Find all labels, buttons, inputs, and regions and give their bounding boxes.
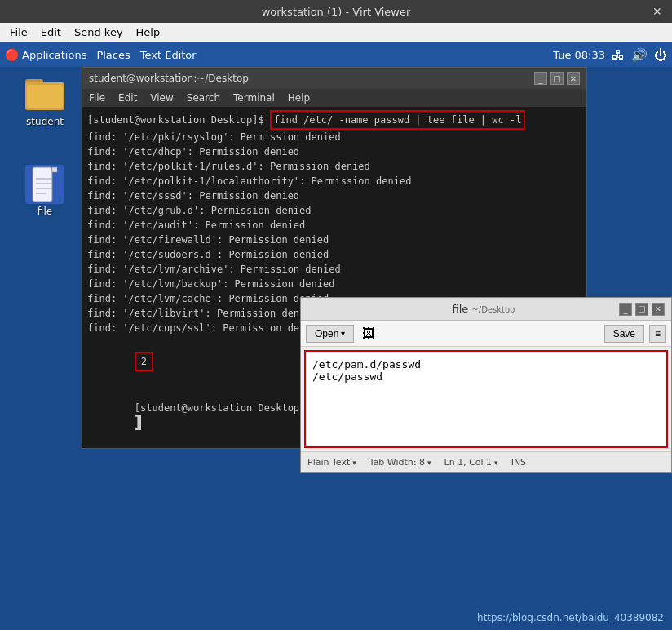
term-output-5: find: '/etc/sssd': Permission denied (87, 189, 581, 203)
app-menubar: File Edit Send key Help (0, 23, 672, 42)
sound-icon[interactable]: 🔊 (631, 47, 648, 63)
svg-rect-8 (52, 167, 57, 172)
terminal-titlebar: student@workstation:~/Desktop _ □ ✕ (82, 68, 586, 89)
term-output-7: find: '/etc/audit': Permission denied (87, 218, 581, 233)
terminal-command-line: [student@workstation Desktop]$ find /etc… (87, 110, 581, 130)
terminal-maximize-btn[interactable]: □ (550, 72, 564, 85)
taskbar: 🔴 Applications Places Text Editor Tue 08… (0, 42, 672, 67)
editor-image-btn[interactable]: 🖼 (359, 325, 378, 343)
applications-label: Applications (22, 49, 86, 61)
window-title: workstation (1) - Virt Viewer (23, 6, 649, 18)
editor-line-1: /etc/pam.d/passwd (312, 358, 660, 370)
editor-toolbar: Open ▾ 🖼 Save ≡ (301, 321, 671, 347)
desktop-icon-student[interactable]: student (12, 75, 77, 127)
term-output-8: find: '/etc/firewalld': Permission denie… (87, 233, 581, 247)
term-output-1: find: '/etc/pki/rsyslog': Permission den… (87, 130, 581, 144)
term-bottom-prompt: [student@workstation Desktop]$ (135, 402, 317, 414)
applications-icon: 🔴 (5, 48, 19, 61)
term-menu-terminal[interactable]: Terminal (230, 91, 278, 104)
svg-rect-6 (33, 167, 52, 202)
open-label: Open (315, 328, 338, 339)
editor-filename: file (453, 303, 469, 315)
menu-edit[interactable]: Edit (34, 24, 68, 40)
status-format-label: Plain Text (307, 457, 350, 468)
text-editor-label: Text Editor (140, 49, 197, 61)
taskbar-right: Tue 08:33 🖧 🔊 ⏻ (553, 47, 667, 63)
desktop-icon-file[interactable]: file (12, 165, 77, 217)
term-output-4: find: '/etc/polkit-1/localauthority': Pe… (87, 174, 581, 189)
term-menu-file[interactable]: File (86, 91, 108, 104)
editor-menu-button[interactable]: ≡ (649, 325, 666, 343)
terminal-close-btn[interactable]: ✕ (567, 72, 580, 85)
power-icon[interactable]: ⏻ (654, 47, 667, 63)
editor-maximize-btn[interactable]: □ (635, 303, 648, 316)
status-format-arrow: ▾ (352, 459, 356, 467)
open-dropdown-arrow: ▾ (341, 329, 345, 338)
editor-save-button[interactable]: Save (604, 325, 644, 343)
status-tab-width[interactable]: Tab Width: 8 ▾ (369, 457, 431, 468)
status-pos-label: Ln 1, Col 1 (444, 457, 493, 468)
folder-icon (25, 75, 64, 114)
footer-url[interactable]: https://blog.csdn.net/baidu_40389082 (477, 612, 664, 623)
status-mode-label: INS (511, 457, 526, 468)
terminal-menubar: File Edit View Search Terminal Help (82, 89, 586, 107)
editor-win-controls: _ □ ✕ (619, 303, 665, 316)
editor-close-btn[interactable]: ✕ (652, 303, 665, 316)
editor-title-area: file ~/Desktop (348, 303, 619, 315)
editor-statusbar: Plain Text ▾ Tab Width: 8 ▾ Ln 1, Col 1 … (301, 451, 671, 472)
terminal-prompt: [student@workstation Desktop]$ (87, 113, 270, 127)
status-position[interactable]: Ln 1, Col 1 ▾ (444, 457, 498, 468)
editor-content-area[interactable]: /etc/pam.d/passwd /etc/passwd (304, 350, 668, 448)
status-tab-label: Tab Width: 8 (369, 457, 425, 468)
term-output-3: find: '/etc/polkit-1/rules.d': Permissio… (87, 159, 581, 174)
term-output-11: find: '/etc/lvm/backup': Permission deni… (87, 277, 581, 291)
virt-viewer-titlebar: workstation (1) - Virt Viewer ✕ (0, 0, 672, 23)
terminal-command: find /etc/ -name passwd | tee file | wc … (270, 110, 525, 130)
menu-sendkey[interactable]: Send key (68, 24, 130, 40)
network-icon: 🖧 (612, 47, 625, 63)
status-mode: INS (511, 457, 526, 468)
bottom-url-bar: https://blog.csdn.net/baidu_40389082 (0, 606, 672, 630)
taskbar-left: 🔴 Applications Places Text Editor (5, 48, 197, 61)
menu-help[interactable]: Help (130, 24, 167, 40)
terminal-title: student@workstation:~/Desktop (89, 73, 249, 84)
editor-titlebar: file ~/Desktop _ □ ✕ (301, 298, 671, 321)
terminal-win-controls: _ □ ✕ (534, 72, 580, 85)
term-menu-edit[interactable]: Edit (115, 91, 140, 104)
taskbar-places[interactable]: Places (96, 49, 130, 61)
term-output-10: find: '/etc/lvm/archive': Permission den… (87, 262, 581, 277)
editor-line-2: /etc/passwd (312, 370, 660, 383)
file-icon (25, 165, 64, 204)
term-menu-view[interactable]: View (147, 91, 176, 104)
terminal-minimize-btn[interactable]: _ (534, 72, 547, 85)
term-cursor: ▌ (135, 415, 141, 430)
status-pos-arrow: ▾ (494, 459, 498, 467)
status-format[interactable]: Plain Text ▾ (307, 457, 356, 468)
editor-minimize-btn[interactable]: _ (619, 303, 632, 316)
clock-display: Tue 08:33 (553, 49, 605, 61)
places-label: Places (96, 49, 130, 61)
term-menu-search[interactable]: Search (183, 91, 223, 104)
editor-open-button[interactable]: Open ▾ (306, 325, 354, 343)
menu-file[interactable]: File (3, 24, 34, 40)
editor-window: file ~/Desktop _ □ ✕ Open ▾ 🖼 Save ≡ /et… (300, 297, 672, 473)
student-label: student (26, 116, 64, 127)
term-output-6: find: '/etc/grub.d': Permission denied (87, 203, 581, 218)
term-output-9: find: '/etc/sudoers.d': Permission denie… (87, 247, 581, 262)
taskbar-text-editor[interactable]: Text Editor (140, 49, 197, 61)
desktop: student Trash (0, 67, 672, 630)
file-label: file (38, 206, 52, 217)
term-menu-help[interactable]: Help (285, 91, 313, 104)
editor-path: ~/Desktop (471, 305, 515, 314)
term-output-2: find: '/etc/dhcp': Permission denied (87, 144, 581, 159)
status-tab-arrow: ▾ (427, 459, 431, 467)
taskbar-applications[interactable]: 🔴 Applications (5, 48, 86, 61)
close-button[interactable]: ✕ (649, 5, 665, 18)
term-count-box: 2 (135, 352, 153, 371)
